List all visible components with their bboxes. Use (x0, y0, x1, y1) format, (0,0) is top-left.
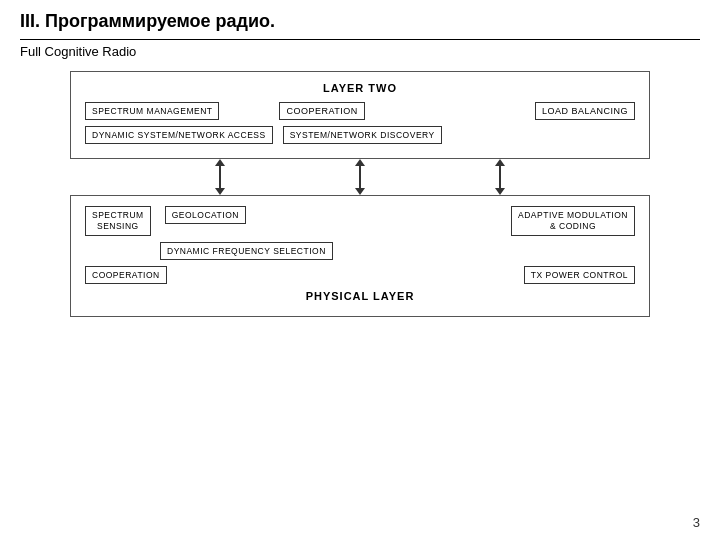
page-container: III. Программируемое радио. Full Cogniti… (0, 0, 720, 540)
page-title: III. Программируемое радио. (20, 10, 700, 40)
arrow-head-down-3 (495, 188, 505, 195)
physical-content: SPECTRUMSENSING GEOLOCATION ADAPTIVE MOD… (85, 206, 635, 284)
phys-row1: SPECTRUMSENSING GEOLOCATION ADAPTIVE MOD… (85, 206, 635, 236)
physical-layer-label: PHYSICAL LAYER (85, 290, 635, 302)
dynamic-frequency-box: DYNAMIC FREQUENCY SELECTION (160, 242, 333, 260)
layer-two-row2: DYNAMIC SYSTEM/NETWORK ACCESS SYSTEM/NET… (85, 126, 635, 144)
layer-two-row1: SPECTRUM MANAGEMENT COOPERATION LOAD BAL… (85, 102, 635, 120)
arrow-line-2 (359, 166, 361, 188)
arrow-2 (355, 159, 365, 195)
arrow-head-down-1 (215, 188, 225, 195)
tx-power-box: TX POWER CONTROL (524, 266, 635, 284)
spectrum-management-box: SPECTRUM MANAGEMENT (85, 102, 219, 120)
adaptive-modulation-box: ADAPTIVE MODULATION& CODING (511, 206, 635, 236)
arrow-head-up-2 (355, 159, 365, 166)
arrow-line-1 (219, 166, 221, 188)
phys-row2: DYNAMIC FREQUENCY SELECTION (85, 242, 635, 260)
arrow-head-up-1 (215, 159, 225, 166)
phys-row3: COOPERATION TX POWER CONTROL (85, 266, 635, 284)
layer-two-box: LAYER TWO SPECTRUM MANAGEMENT COOPERATIO… (70, 71, 650, 159)
arrow-head-up-3 (495, 159, 505, 166)
geolocation-box: GEOLOCATION (165, 206, 246, 224)
load-balancing-box: LOAD BALANCING (535, 102, 635, 120)
diagram-area: LAYER TWO SPECTRUM MANAGEMENT COOPERATIO… (20, 71, 700, 317)
cooperation-physical-box: COOPERATION (85, 266, 167, 284)
arrow-line-3 (499, 166, 501, 188)
layer-two-label: LAYER TWO (85, 82, 635, 94)
arrow-3 (495, 159, 505, 195)
arrow-head-down-2 (355, 188, 365, 195)
page-subtitle: Full Cognitive Radio (20, 44, 700, 59)
page-number: 3 (693, 515, 700, 530)
cooperation-layer2-box: COOPERATION (279, 102, 364, 120)
arrow-1 (215, 159, 225, 195)
dynamic-access-box: DYNAMIC SYSTEM/NETWORK ACCESS (85, 126, 273, 144)
system-network-discovery-box: SYSTEM/NETWORK DISCOVERY (283, 126, 442, 144)
layer-two-content: SPECTRUM MANAGEMENT COOPERATION LOAD BAL… (85, 102, 635, 144)
arrows-area (70, 159, 650, 195)
physical-layer-box: SPECTRUMSENSING GEOLOCATION ADAPTIVE MOD… (70, 195, 650, 317)
spectrum-sensing-box: SPECTRUMSENSING (85, 206, 151, 236)
